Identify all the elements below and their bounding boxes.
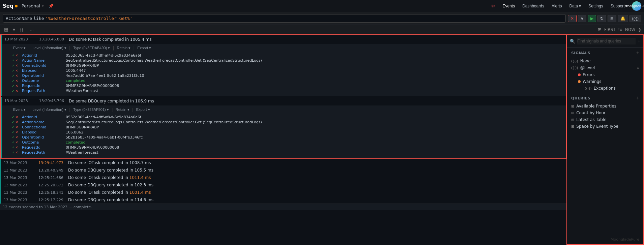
simple-event-row-6[interactable]: 13 Mar 2023 12:25:17.229 Do some DBQuery… [0,196,566,204]
simple-time-3: 12:25:21.686 [38,176,65,180]
query-space-by-event-type[interactable]: ⊞ Space by Event Type [571,123,639,130]
prop-row: ✓✕ Elapsed 106.8862 [12,130,563,135]
add-query-btn[interactable]: + [636,95,639,101]
event-group-1: 13 Mar 2023 13:20:46.808 Do some IOTask … [1,35,566,96]
query-count-by-hour[interactable]: ⊞ Count by Hour [571,110,639,116]
event-header-2[interactable]: 13 Mar 2023 13:20:45.796 Do some DBQuery… [2,97,566,105]
query-value: '%WeatherForecastController.Get%' [46,16,133,21]
bar-chart-btn[interactable]: ▦ [3,26,9,33]
filter-event-2[interactable]: Event ▾ [12,107,27,113]
event-group-2: 13 Mar 2023 13:20:45.796 Do some DBQuery… [1,97,566,158]
simple-date-6: 13 Mar 2023 [4,198,36,202]
query-grid-icon-3: ⊞ [571,118,574,122]
signals-label: SIGNALS [571,51,590,55]
prop-row: ✓✕ ActionName SeqCentralizedStructuredLo… [12,120,563,125]
nav-alerts-btn[interactable]: Alerts [548,2,565,10]
event-expanded-2: Event ▾ | Level (Information) ▾ | Type (… [2,105,566,158]
time-grid-icon: ⊞ [598,27,602,32]
query-input-area[interactable]: ActionName like '%WeatherForecastControl… [3,14,566,23]
signals-search-input[interactable] [577,38,636,44]
prop-row: ✓✕ RequestId 0HMP3G9NAR4BP:00000008 [12,145,563,150]
nav-events-btn[interactable]: Events [499,2,518,10]
prop-row: ✓✕ Outcome completed [12,78,563,83]
filter-type-1[interactable]: Type (0x3EDAB490) ▾ [72,45,111,51]
filter-level-2[interactable]: Level (Information) ▾ [31,107,68,113]
signal-level-radio: ((·)) [571,66,578,70]
event-header-1[interactable]: 13 Mar 2023 13:20:46.808 Do some IOTask … [2,35,566,44]
signal-exceptions[interactable]: ((·)) Exceptions [578,85,639,91]
rp-footer: MoongladePure [567,235,643,244]
event-time-1: 13:20:46.808 [39,37,66,41]
filter-export-1[interactable]: Export ▾ [136,45,152,51]
query-close-btn[interactable]: ✕ [568,15,577,22]
signal-warnings[interactable]: Warnings [578,79,639,85]
filter-retain-1[interactable]: Retain ▾ [115,45,132,51]
add-signal-btn[interactable]: + [636,50,639,56]
warnings-label: Warnings [583,79,602,84]
query-latest-as-table[interactable]: ⊞ Latest as Table [571,116,639,123]
to-label: to [618,27,622,32]
signal-level-label: @Level [580,65,635,70]
signal-errors[interactable]: Errors [578,72,639,78]
simple-time-6: 12:25:17.229 [38,198,65,202]
prop-row: ✓✕ RequestPath /WeatherForecast [12,150,563,155]
filter-event-1[interactable]: Event ▾ [12,45,27,51]
json-btn[interactable]: {} [19,26,25,33]
filter-export-2[interactable]: Export ▾ [135,107,151,113]
prop-x[interactable]: ✕ [15,54,18,57]
top-navigation: Seq Personal ▾ 📌 ⚙ Events Dashboards Ale… [0,0,644,12]
nav-settings-btn[interactable]: Settings [585,2,606,10]
prop-row: ✓✕ ActionId 0552d365-4acd-4dff-af4d-5c9a… [12,53,563,58]
warnings-dot [578,80,581,83]
query-chevron-btn[interactable]: ∨ [578,15,586,22]
filter-retain-2[interactable]: Retain ▾ [114,107,131,113]
workspace-label: Personal [22,3,40,8]
signal-none[interactable]: ((·)) None [571,58,639,64]
pin-icon[interactable]: 📌 [49,4,54,8]
simple-event-row-1[interactable]: 13 Mar 2023 13:29:41.973 Do some IOTask … [0,159,566,166]
nav-right: ⚙ Events Dashboards Alerts Data ▾ Settin… [488,1,641,11]
nav-data-btn[interactable]: Data ▾ [566,2,585,10]
prop-name: ActionId [22,53,66,58]
workspace-selector[interactable]: Personal ▾ [22,3,44,8]
simple-msg-1: Do some IOTask completed in 1008.7 ms [68,160,151,165]
query-space-by-event-type-label: Space by Event Type [576,124,639,129]
first-label: FIRST [604,27,616,32]
event-message-1: Do some IOTask completed in 1005.4 ms [69,37,152,42]
simple-event-row-2[interactable]: 13 Mar 2023 13:20:40.949 Do some DBQuery… [0,166,566,174]
query-grid-btn[interactable]: ⊞ [608,15,616,22]
query-latest-as-table-label: Latest as Table [576,117,639,122]
time-nav-arrow[interactable]: ❯ [638,27,641,32]
filter-type-2[interactable]: Type (0x326AF901) ▾ [72,107,110,113]
simple-date-1: 13 Mar 2023 [4,161,36,165]
simple-time-1: 13:29:41.973 [38,161,65,165]
queries-label: QUERIES [571,96,590,100]
logo-text: Seq [3,3,13,9]
query-action-buttons: ✕ ∨ ▶ ↻ ⊞ 🔔 ((·)) [568,15,641,22]
query-run-btn[interactable]: ▶ [588,15,596,22]
event-time-2: 13:20:45.796 [39,99,66,103]
query-grid-icon-4: ⊞ [571,124,574,129]
nav-dashboards-btn[interactable]: Dashboards [519,2,548,10]
simple-event-row-5[interactable]: 13 Mar 2023 12:25:18.241 Do some IOTask … [0,189,566,196]
settings-icon-btn[interactable]: ⚙ [488,2,498,10]
list-btn[interactable]: ≡ [11,26,17,33]
simple-date-3: 13 Mar 2023 [4,176,36,180]
query-available-props[interactable]: ⊞ Available Properties [571,103,639,110]
query-bell-btn[interactable]: 🔔 [618,15,628,22]
simple-event-row-4[interactable]: 13 Mar 2023 12:25:20.672 Do some DBQuery… [0,181,566,189]
query-count-by-hour-label: Count by Hour [576,111,639,115]
prop-row: ✓✕ OperationId 5b2b1683-7a09-4aa4-8eb1-0… [12,135,563,140]
query-signal-btn[interactable]: ((·)) [630,15,641,22]
rp-search-add-btn[interactable]: + [638,38,641,44]
prop-row: ✓✕ ConnectionId 0HMP3G9NAR4BP [12,125,563,130]
prop-check[interactable]: ✓ [12,54,14,57]
user-avatar[interactable]: MoongladePure [632,1,641,11]
simple-event-row-3[interactable]: 13 Mar 2023 12:25:21.686 Do some IOTask … [0,174,566,181]
rp-search-area: 🔍 + [567,35,643,48]
signal-level[interactable]: ((·)) @Level ∧ [571,64,639,71]
query-refresh-btn[interactable]: ↻ [597,15,606,22]
search-icon: 🔍 [570,39,575,44]
filter-level-1[interactable]: Level (Information) ▾ [31,45,68,51]
logo-dot [15,5,18,7]
